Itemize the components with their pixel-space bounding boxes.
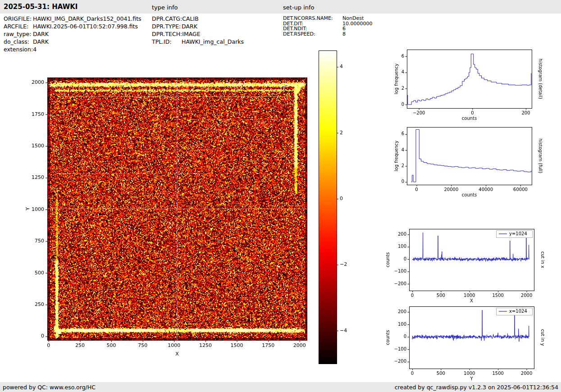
- meta-value: 8: [342, 32, 346, 37]
- meta-value: HAWKI.2025-06-01T10:52:07.998.fits: [33, 23, 138, 30]
- setup-info-block: DET.NCORRS.NAME:NonDest DET.DIT:10.00000…: [283, 16, 372, 36]
- meta-row: DPR.CATG:CALIB: [152, 15, 244, 23]
- meta-row: DET.RSPEED:8: [283, 32, 372, 37]
- meta-label: DPR.TYPE:: [152, 23, 182, 30]
- footer-left-text: powered by QC: www.eso.org/HC: [3, 384, 96, 391]
- meta-row: DET.NDIT:6: [283, 26, 372, 32]
- footer-bar: powered by QC: www.eso.org/HC created by…: [0, 382, 561, 392]
- qc-report-page: 2025-05-31: HAWKI type info set-up info …: [0, 0, 561, 392]
- meta-label: DPR.CATG:: [152, 15, 182, 23]
- meta-row: DPR.TECH:IMAGE: [152, 30, 244, 38]
- dark-frame-image-figure: [16, 43, 358, 376]
- type-info-heading: type info: [152, 4, 178, 11]
- meta-row: DET.NCORRS.NAME:NonDest: [283, 16, 372, 21]
- footer-right-text: created by qc_rawdisp.py v1.2.3 on 2025-…: [395, 384, 558, 391]
- setup-info-heading: set-up info: [283, 4, 315, 11]
- meta-label: ARCFILE:: [4, 23, 33, 30]
- meta-label: DET.NCORRS.NAME:: [283, 16, 342, 21]
- meta-label: DPR.TECH:: [152, 30, 182, 38]
- meta-row: ORIGFILE:HAWKI_IMG_DARK_Darks152_0041.fi…: [4, 15, 141, 23]
- page-title: 2025-05-31: HAWKI: [4, 3, 78, 11]
- meta-label: DET.RSPEED:: [283, 32, 342, 37]
- meta-row: DPR.TYPE:DARK: [152, 23, 244, 30]
- meta-value: DARK: [33, 30, 49, 38]
- header-bar: 2025-05-31: HAWKI type info set-up info: [0, 0, 561, 14]
- meta-value: IMAGE: [182, 30, 200, 38]
- meta-value: CALIB: [182, 15, 199, 23]
- meta-label: ORIGFILE:: [4, 15, 33, 23]
- meta-value: NonDest: [342, 16, 364, 21]
- meta-label: DET.NDIT:: [283, 26, 342, 32]
- meta-value: 10.0000000: [342, 21, 372, 27]
- meta-row: raw_type:DARK: [4, 30, 141, 38]
- meta-value: DARK: [182, 23, 197, 30]
- cut-in-y-figure: [379, 302, 559, 387]
- meta-value: HAWKI_IMG_DARK_Darks152_0041.fits: [33, 15, 141, 23]
- cut-in-x-figure: [379, 224, 559, 310]
- meta-value: 6: [342, 26, 346, 32]
- meta-label: raw_type:: [4, 30, 33, 38]
- histogram-detail-figure: [379, 44, 559, 130]
- histogram-full-figure: [379, 123, 559, 208]
- meta-row: ARCFILE:HAWKI.2025-06-01T10:52:07.998.fi…: [4, 23, 141, 30]
- type-info-block: DPR.CATG:CALIB DPR.TYPE:DARK DPR.TECH:IM…: [152, 15, 244, 46]
